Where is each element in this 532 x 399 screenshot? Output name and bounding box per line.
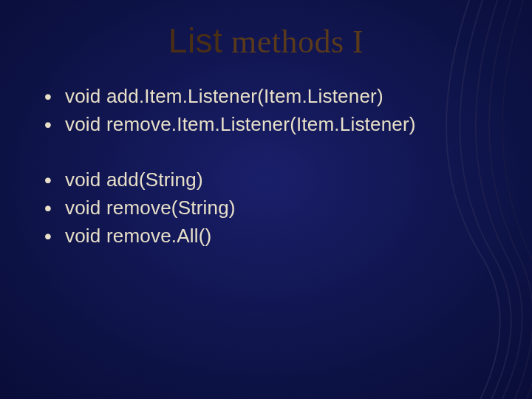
slide-title: List methods I — [0, 0, 532, 61]
list-item: void add(String) — [44, 166, 502, 194]
title-word-1: List — [168, 21, 223, 60]
list-item: void add.Item.Listener(Item.Listener) — [44, 83, 502, 111]
bullet-group-1: void add.Item.Listener(Item.Listener) vo… — [44, 83, 502, 138]
bullet-group-2: void add(String) void remove(String) voi… — [44, 166, 502, 250]
list-item: void remove.Item.Listener(Item.Listener) — [44, 111, 502, 139]
title-rest: methods I — [222, 24, 364, 60]
slide-content: void add.Item.Listener(Item.Listener) vo… — [0, 61, 532, 250]
list-item: void remove(String) — [44, 194, 502, 222]
list-item: void remove.All() — [44, 222, 502, 250]
